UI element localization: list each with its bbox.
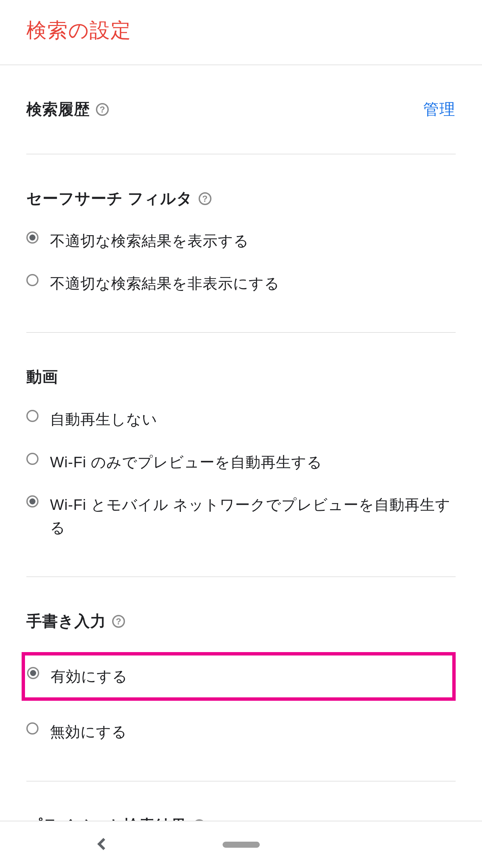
radio-label: 不適切な検索結果を非表示にする [50,272,280,295]
radio-label: Wi-Fi とモバイル ネットワークでプレビューを自動再生する [50,493,456,539]
radio-video-noauto[interactable]: 自動再生しない [26,408,456,431]
section-history-title: 検索履歴 [26,99,90,120]
radio-icon [26,495,39,507]
manage-link[interactable]: 管理 [423,99,456,120]
radio-label: 自動再生しない [50,408,157,431]
radio-icon [26,274,39,286]
help-icon[interactable]: ? [112,615,125,628]
radio-label: 有効にする [51,665,128,688]
section-video-title: 動画 [26,367,58,388]
section-private: プライベート検索結果 ? プライベート検索結果を使用する [26,782,456,821]
help-icon[interactable]: ? [96,103,109,116]
back-button[interactable] [95,836,110,853]
radio-handwriting-enable[interactable]: 有効にする [27,665,128,688]
section-handwriting: 手書き入力 ? 有効にする 無効にする [26,577,456,781]
section-handwriting-title: 手書き入力 [26,611,106,632]
radio-icon [27,667,39,679]
chevron-left-icon [95,836,110,852]
section-video: 動画 自動再生しない Wi-Fi のみでプレビューを自動再生する Wi-Fi と… [26,333,456,577]
radio-icon [26,453,39,465]
highlight-annotation: 有効にする [22,652,456,701]
radio-handwriting-disable[interactable]: 無効にする [26,720,456,743]
radio-label: Wi-Fi のみでプレビューを自動再生する [50,451,322,474]
radio-label: 無効にする [50,720,127,743]
section-safesearch-title: セーフサーチ フィルタ [26,188,193,209]
header: 検索の設定 [0,0,482,65]
nav-bar [0,821,482,868]
radio-icon [26,722,39,735]
home-indicator[interactable] [223,842,260,848]
radio-icon [26,410,39,422]
radio-video-wifi[interactable]: Wi-Fi のみでプレビューを自動再生する [26,451,456,474]
section-safesearch: セーフサーチ フィルタ ? 不適切な検索結果を表示する 不適切な検索結果を非表示… [26,154,456,333]
radio-video-both[interactable]: Wi-Fi とモバイル ネットワークでプレビューを自動再生する [26,493,456,539]
help-icon[interactable]: ? [199,192,211,205]
page-title: 検索の設定 [26,17,456,44]
radio-safesearch-hide[interactable]: 不適切な検索結果を非表示にする [26,272,456,295]
section-private-title: プライベート検索結果 [26,815,187,821]
section-history: 検索履歴 ? 管理 [26,65,456,154]
radio-safesearch-show[interactable]: 不適切な検索結果を表示する [26,229,456,252]
radio-label: 不適切な検索結果を表示する [50,229,249,252]
radio-icon [26,231,39,244]
